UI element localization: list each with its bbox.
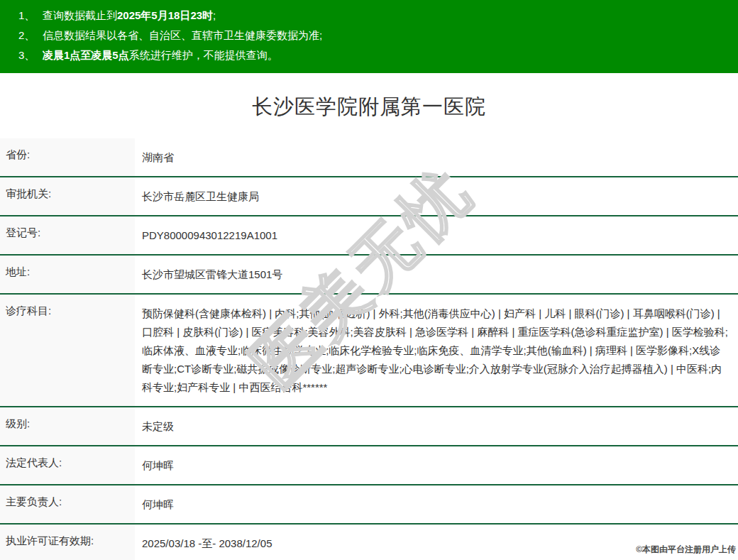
row-value: 长沙市岳麓区卫生健康局 — [135, 177, 738, 215]
row-label: 级别: — [0, 407, 135, 445]
notice-number: 2、 — [18, 26, 43, 45]
upload-credit-text: ©本图由平台注册用户上传 — [636, 544, 736, 556]
table-row-main-person-in-charge: 主要负责人: 何坤晖 — [0, 484, 738, 523]
table-row-address: 地址: 长沙市望城区雷锋大道1501号 — [0, 254, 738, 293]
table-row-legal-representative: 法定代表人: 何坤晖 — [0, 445, 738, 484]
row-value: 湖南省 — [135, 138, 738, 176]
notice-number: 3、 — [18, 45, 43, 65]
notice-line-3: 3、凌晨1点至凌晨5点系统进行维护，不能提供查询。 — [0, 45, 738, 65]
table-row-registration-number: 登记号: PDY80000943012219A1001 — [0, 215, 738, 254]
row-value: 何坤晖 — [135, 485, 738, 523]
notice-text-bold: 凌晨1点至凌晨5点 — [43, 49, 129, 61]
row-label: 执业许可证有效期: — [0, 525, 135, 560]
row-label: 法定代表人: — [0, 446, 135, 484]
row-label: 省份: — [0, 138, 135, 176]
row-value: 预防保健科(含健康体检科) | 内科;其他(血液透析) | 外科;其他(消毒供应… — [135, 295, 738, 406]
hospital-info-table: 省份: 湖南省 审批机关: 长沙市岳麓区卫生健康局 登记号: PDY800009… — [0, 138, 738, 560]
notice-number: 1、 — [18, 6, 43, 26]
row-label: 地址: — [0, 256, 135, 293]
notice-line-2: 2、信息数据结果以各省、自治区、直辖市卫生健康委数据为准; — [0, 26, 738, 45]
notice-banner: 1、查询数据截止到2025年5月18日23时; 2、信息数据结果以各省、自治区、… — [0, 0, 738, 73]
table-row-diagnosis-subjects: 诊疗科目: 预防保健科(含健康体检科) | 内科;其他(血液透析) | 外科;其… — [0, 293, 738, 406]
row-value: 未定级 — [135, 407, 738, 445]
table-row-level: 级别: 未定级 — [0, 406, 738, 445]
row-label: 主要负责人: — [0, 485, 135, 523]
table-row-approval-authority: 审批机关: 长沙市岳麓区卫生健康局 — [0, 176, 738, 215]
row-value: 长沙市望城区雷锋大道1501号 — [135, 256, 738, 293]
table-row-province: 省份: 湖南省 — [0, 138, 738, 176]
notice-text: ; — [213, 9, 216, 21]
notice-line-1: 1、查询数据截止到2025年5月18日23时; — [0, 6, 738, 26]
notice-text: 信息数据结果以各省、自治区、直辖市卫生健康委数据为准; — [43, 29, 322, 41]
table-row-license-validity: 执业许可证有效期: 2025/03/18 -至- 2038/12/05 — [0, 523, 738, 560]
page-title: 长沙医学院附属第一医院 — [0, 93, 738, 121]
notice-text: 查询数据截止到 — [43, 9, 117, 21]
row-label: 诊疗科目: — [0, 295, 135, 406]
row-value: 何坤晖 — [135, 446, 738, 484]
row-value: PDY80000943012219A1001 — [135, 216, 738, 254]
row-label: 审批机关: — [0, 177, 135, 215]
notice-text: 系统进行维护，不能提供查询。 — [129, 49, 278, 61]
notice-text-bold: 2025年5月18日23时 — [117, 9, 213, 21]
row-label: 登记号: — [0, 216, 135, 254]
